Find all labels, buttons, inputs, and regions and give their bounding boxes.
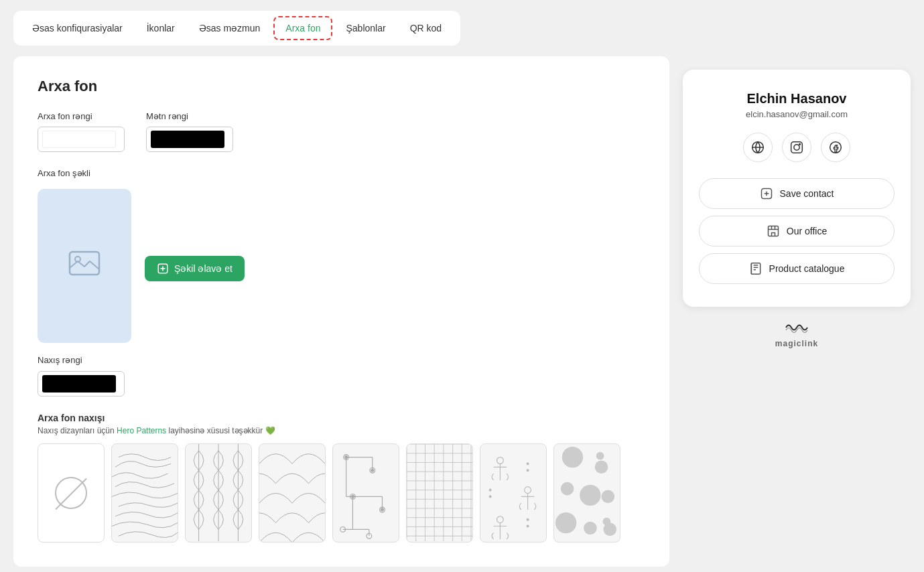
left-panel: Arxa fon Arxa fon rəngi Mətn rəngi Arxa … <box>13 56 669 567</box>
pattern-color-swatch <box>42 375 116 392</box>
pattern-bubbles-svg <box>554 444 620 541</box>
contact-name: Elchin Hasanov <box>747 91 847 106</box>
image-upload-area: Şəkil əlavə et <box>38 189 645 343</box>
pattern-color-group: Naxış rəngi <box>38 354 645 397</box>
svg-point-57 <box>489 496 491 498</box>
social-instagram-button[interactable] <box>782 133 811 162</box>
svg-point-62 <box>596 452 604 460</box>
contact-email: elcin.hasanov@gmail.com <box>746 109 848 119</box>
pattern-leaf[interactable] <box>185 443 252 543</box>
svg-point-55 <box>527 470 529 472</box>
main-layout: Arxa fon Arxa fon rəngi Mətn rəngi Arxa … <box>13 56 911 567</box>
tab-qr[interactable]: QR kod <box>399 17 452 39</box>
svg-point-58 <box>527 519 529 521</box>
pattern-anchor[interactable] <box>480 443 547 543</box>
svg-point-65 <box>602 490 615 504</box>
instagram-icon <box>790 141 803 154</box>
pattern-circuit[interactable] <box>332 443 399 543</box>
svg-point-23 <box>371 470 374 472</box>
svg-point-25 <box>381 509 384 512</box>
tab-basic[interactable]: Əsas konfiqurasiyalar <box>21 17 133 39</box>
text-color-input[interactable] <box>146 127 233 152</box>
pattern-anchor-svg <box>480 444 546 541</box>
upload-icon <box>157 263 169 275</box>
svg-rect-0 <box>70 252 99 275</box>
pattern-circuit-svg <box>333 444 399 541</box>
bg-pattern-credit: Naxış dizaynları üçün Hero Patterns layi… <box>38 426 645 435</box>
pattern-color-input[interactable] <box>38 371 125 397</box>
tab-templates[interactable]: Şablonlar <box>335 17 396 39</box>
building-icon <box>767 224 780 238</box>
svg-rect-77 <box>751 263 760 275</box>
facebook-icon <box>829 141 842 154</box>
upload-image-button[interactable]: Şəkil əlavə et <box>145 256 245 281</box>
svg-point-63 <box>561 482 574 496</box>
bg-pattern-section: Arxa fon naxışı Naxış dizaynları üçün He… <box>38 413 645 545</box>
right-panel: Elchin Hasanov elcin.hasanov@gmail.com <box>669 56 911 567</box>
svg-point-48 <box>525 487 531 494</box>
pattern-grid[interactable] <box>406 443 473 543</box>
pattern-leaf-svg <box>186 444 251 541</box>
tab-background[interactable]: Arxa fon <box>273 16 332 40</box>
svg-point-45 <box>497 457 504 464</box>
svg-point-67 <box>584 522 597 535</box>
top-nav: Əsas konfiqurasiyalar İkonlar Əsas məzmu… <box>13 11 460 46</box>
svg-point-73 <box>799 144 801 145</box>
social-icons <box>743 133 850 162</box>
bg-color-group: Arxa fon rəngi <box>38 111 125 152</box>
svg-point-74 <box>830 142 842 153</box>
tab-content[interactable]: Əsas məzmun <box>188 17 271 39</box>
pattern-grid-svg <box>407 444 472 541</box>
text-color-swatch <box>151 131 224 148</box>
pattern-topo-svg <box>112 444 178 541</box>
svg-point-56 <box>489 490 491 492</box>
person-add-icon <box>760 187 773 200</box>
pattern-seigaiha-svg <box>259 444 325 541</box>
svg-point-64 <box>580 485 600 506</box>
svg-point-54 <box>527 463 529 465</box>
color-row: Arxa fon rəngi Mətn rəngi <box>38 111 645 152</box>
product-catalogue-button[interactable]: Product catalogue <box>699 253 895 284</box>
magiclink-symbol <box>785 320 809 338</box>
bg-color-swatch <box>42 131 116 148</box>
tab-icons[interactable]: İkonlar <box>136 17 186 39</box>
svg-point-69 <box>603 523 616 537</box>
svg-rect-76 <box>768 226 778 236</box>
pattern-none[interactable] <box>38 443 105 543</box>
bg-color-input[interactable] <box>38 127 125 152</box>
card-preview: Elchin Hasanov elcin.hasanov@gmail.com <box>683 70 911 307</box>
panel-title: Arxa fon <box>38 78 645 95</box>
bg-image-label: Arxa fon şəkli <box>38 168 645 178</box>
globe-icon <box>751 141 765 154</box>
social-globe-button[interactable] <box>743 133 773 162</box>
pattern-bubbles[interactable] <box>553 443 620 543</box>
svg-point-59 <box>527 526 529 528</box>
svg-rect-71 <box>791 142 803 153</box>
svg-point-66 <box>555 512 576 533</box>
social-facebook-button[interactable] <box>821 133 850 162</box>
book-icon <box>749 262 763 275</box>
none-icon <box>55 477 87 509</box>
svg-point-61 <box>595 461 608 474</box>
bg-pattern-title: Arxa fon naxışı <box>38 413 645 423</box>
pattern-color-label: Naxış rəngi <box>38 355 82 365</box>
magiclink-logo: magiclink <box>775 320 818 348</box>
svg-point-51 <box>497 516 504 523</box>
pattern-topography[interactable] <box>111 443 178 543</box>
pattern-grid <box>38 443 645 545</box>
bg-image-group: Arxa fon şəkli <box>38 168 645 343</box>
image-placeholder <box>38 189 131 343</box>
svg-point-60 <box>562 447 583 468</box>
our-office-button[interactable]: Our office <box>699 216 895 246</box>
text-color-label: Mətn rəngi <box>146 111 233 121</box>
hero-patterns-link[interactable]: Hero Patterns <box>117 426 166 435</box>
magiclink-text: magiclink <box>775 339 818 348</box>
save-contact-button[interactable]: Save contact <box>699 178 895 209</box>
image-placeholder-icon <box>68 251 101 281</box>
svg-point-72 <box>794 145 799 150</box>
bg-color-label: Arxa fon rəngi <box>38 111 125 121</box>
pattern-seigaiha[interactable] <box>259 443 326 543</box>
text-color-group: Mətn rəngi <box>146 111 233 152</box>
svg-point-22 <box>345 456 348 459</box>
svg-point-24 <box>351 496 354 498</box>
